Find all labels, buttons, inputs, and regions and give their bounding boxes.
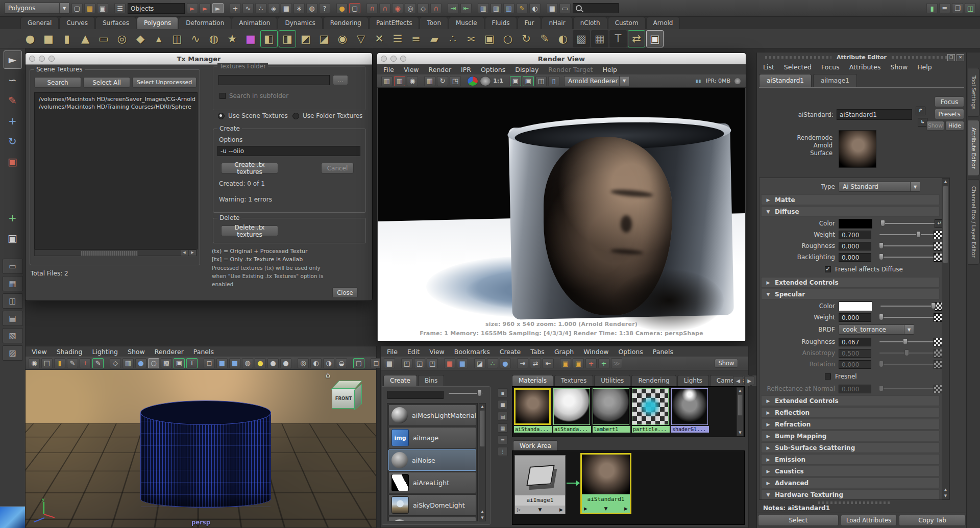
poly-cylinder-icon[interactable]: ▮ [58, 30, 76, 47]
map-button-icon[interactable] [934, 313, 942, 322]
diffuse-roughness-slider[interactable] [879, 242, 934, 249]
diffuse-roughness-input[interactable]: 0.000 [839, 242, 871, 250]
circularize-icon[interactable]: ○ [499, 30, 517, 47]
bridge-edges-icon[interactable]: ≍ [462, 30, 480, 47]
poly-soccerball-icon[interactable]: ◍ [205, 30, 223, 47]
separator[interactable] [349, 358, 352, 368]
all-lights-icon[interactable]: ■ [216, 358, 228, 368]
2d-pan-zoom-icon[interactable]: + [80, 358, 91, 368]
poly-combine-icon[interactable]: ◧ [260, 30, 278, 47]
sort-nodes-icon[interactable]: ∴ [487, 358, 498, 368]
options-input[interactable] [217, 146, 360, 156]
sidebar-toggle-icon[interactable]: ◫ [965, 3, 976, 13]
shelf-tab[interactable]: Arnold [646, 17, 680, 29]
tab-attribute-editor[interactable]: Attribute Editor [968, 120, 979, 176]
material-swatch[interactable]: shaderGl... [671, 388, 709, 435]
transfer-attributes-icon[interactable]: ⇄ [628, 30, 645, 47]
one-to-one-icon[interactable]: 1:1 [493, 76, 504, 86]
select-component-icon[interactable]: ► [212, 3, 224, 13]
shelf-tab[interactable]: Muscle [449, 17, 484, 29]
region-render-icon[interactable]: ◳ [450, 76, 461, 86]
diffuse-color-swatch[interactable] [839, 219, 872, 229]
float-panel-icon[interactable]: ❐ [947, 54, 955, 61]
symmetry-icon[interactable]: ∩ [430, 3, 442, 13]
section-diffuse[interactable]: ▼Diffuse [761, 206, 940, 217]
occlusion-icon[interactable]: ◍ [242, 358, 253, 368]
graph-downstream-icon[interactable]: ▣ [573, 358, 584, 368]
bookmark-icon[interactable]: ▮ [54, 358, 65, 368]
node-expand-icon[interactable]: ▼ [604, 506, 608, 511]
toon-shader-icon[interactable]: ◐ [529, 3, 541, 13]
scroll-up2-icon[interactable]: ▲ [479, 509, 485, 515]
tab-scroll-left-icon[interactable]: ◀ [733, 376, 743, 385]
attribute-scrollbar[interactable]: ▲ ▲ ▼ [942, 178, 949, 499]
menu-item[interactable]: Options [481, 66, 505, 73]
lasso-select-tool[interactable]: ∽ [4, 71, 22, 89]
rotate-tool[interactable]: ↻ [4, 132, 22, 150]
shadows-icon[interactable]: ■ [229, 358, 240, 368]
create-node-item[interactable]: aiAreaLight [388, 472, 476, 493]
material-preview-swatch[interactable] [839, 130, 876, 168]
rotation-input[interactable]: 0.000 [839, 360, 871, 369]
backlighting-slider[interactable] [879, 254, 934, 261]
texture-file-path[interactable]: /volumes/Macintosh HD/screenSaver_Images… [39, 95, 197, 103]
layout-four-pane[interactable]: ▦ [3, 276, 23, 291]
menu-item[interactable]: Selected [784, 63, 812, 71]
shelf-tab[interactable]: PaintEffects [369, 17, 419, 29]
tab[interactable]: Utilities [594, 375, 630, 386]
menu-item[interactable]: Show [128, 348, 145, 356]
menu-item[interactable]: View [32, 348, 47, 356]
separator[interactable] [505, 76, 508, 86]
menu-item[interactable]: Display [515, 66, 538, 73]
input-output-connections-icon[interactable]: ⇄ [530, 358, 541, 368]
scroll-left-icon[interactable]: ◀ [181, 250, 188, 256]
uv-checker-b-icon[interactable]: ▦ [591, 30, 608, 47]
material-thumbnail[interactable] [553, 388, 590, 425]
view-cube[interactable]: FRONT [332, 381, 361, 410]
aiimage-node[interactable]: aiImage1 ▷▼▶ [514, 455, 566, 514]
create-node-item[interactable]: aiSkyDomeLight [388, 494, 476, 516]
wireframe-icon[interactable]: ◇ [110, 358, 121, 368]
load-attributes-button[interactable]: Load Attributes [841, 515, 897, 526]
layout-persp-outliner[interactable]: ▧ [3, 328, 23, 343]
shelf-tab[interactable]: Fluids [485, 17, 517, 29]
grid-view-icon[interactable]: ▦ [498, 423, 508, 433]
poly-pyramid-icon[interactable]: ▴ [150, 30, 167, 47]
select-tool[interactable]: ► [4, 51, 22, 69]
outliner-thumbnail[interactable] [0, 506, 25, 528]
snap-magnet-icon[interactable]: ∩ [379, 3, 390, 13]
tx-manager-titlebar[interactable]: Tx Manager [26, 53, 372, 65]
smooth-mesh-icon[interactable]: ◉ [334, 30, 351, 47]
hide-button[interactable]: Hide [945, 121, 964, 131]
light-yellow-icon[interactable]: ● [255, 358, 266, 368]
create-node-item[interactable]: img aiImage [388, 427, 476, 448]
reflection-icon[interactable]: ◇ [418, 3, 429, 13]
select-hierarchy-icon[interactable]: ► [187, 3, 198, 13]
section-bump-mapping[interactable]: ▶Bump Mapping [761, 431, 940, 441]
swatch-medium-icon[interactable]: ■ [498, 400, 508, 409]
work-area-graph[interactable]: aiImage1 ▷▼▶ aiStandard1 ▶▼▶ [512, 450, 745, 525]
scroll-right-icon[interactable]: ▶ [189, 250, 196, 256]
view-cube-front-face[interactable]: FRONT [332, 388, 355, 409]
menu-item[interactable]: List [763, 63, 774, 71]
layout-vertical-icon[interactable]: ◱ [414, 358, 425, 368]
render-settings-icon[interactable]: ▥ [503, 3, 514, 13]
uv-editor-icon[interactable]: T [609, 30, 627, 47]
shelf-tab[interactable]: Deformation [179, 17, 231, 29]
color-management-icon[interactable]: ▣ [523, 76, 534, 86]
bake-texture-icon[interactable]: ▣ [646, 30, 664, 47]
shelf-tab[interactable]: Animation [232, 17, 277, 29]
tab[interactable]: Rendering [631, 375, 676, 386]
shelf-tab[interactable]: Surfaces [95, 17, 136, 29]
use-default-material-icon[interactable]: T [186, 358, 198, 368]
file-new-icon[interactable]: ▢ [71, 3, 83, 13]
fresnel-checkbox[interactable] [825, 373, 831, 380]
snap-projected-center-icon[interactable]: ◈ [268, 3, 279, 13]
scrollbar-thumb[interactable] [480, 410, 485, 447]
create-tx-textures-button[interactable]: Create .tx textures [221, 163, 278, 173]
menu-item[interactable]: Renderer [155, 348, 184, 356]
tab[interactable]: Bins [418, 375, 444, 386]
separator[interactable] [542, 3, 545, 13]
menu-item[interactable]: Shading [57, 348, 83, 356]
map-button-icon[interactable] [934, 349, 942, 358]
